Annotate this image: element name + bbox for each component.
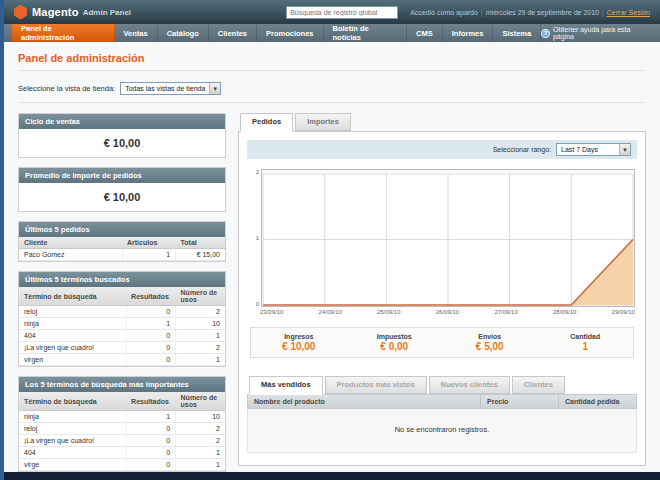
order-total: € 15,00 <box>176 249 225 261</box>
search-results: 0 <box>126 330 175 342</box>
stat-label: Impuestos <box>347 333 443 340</box>
stat-ingresos: Ingresos € 10,00 <box>251 333 347 352</box>
tab-clientes[interactable]: Clientes <box>512 376 565 394</box>
tab-nuevos-clientes[interactable]: Nuevos clientes <box>429 376 510 394</box>
average-orders-card: Promedio de importe de pedidos € 10,00 <box>18 167 226 212</box>
dashboard-columns: Ciclo de ventas € 10,00 Promedio de impo… <box>18 113 646 472</box>
col-articulos: Artículos <box>122 237 176 249</box>
right-column: Pedidos Importes Seleccionar rango: Last… <box>238 113 646 466</box>
stat-label: Envíos <box>442 333 538 340</box>
products-grid-header: Nombre del producto Precio Cantidad pedi… <box>247 394 637 409</box>
search-term: 404 <box>19 330 126 342</box>
search-results: 0 <box>126 354 175 366</box>
store-view-select[interactable]: Todas las vistas de tienda ▼ <box>120 82 221 95</box>
meta-separator: | <box>602 9 604 16</box>
search-uses: 10 <box>176 411 225 423</box>
stat-value: 1 <box>538 341 634 352</box>
last-search-card: Últimos 5 términos buscados Término de b… <box>18 271 226 367</box>
tab-mas-vendidos[interactable]: Más vendidos <box>249 376 323 395</box>
nav-item-informes[interactable]: Informes <box>443 24 494 42</box>
empty-records-message: No se encontraron registros. <box>247 409 637 453</box>
stat-envios: Envíos € 5,00 <box>442 333 538 352</box>
y-tick-label: 2 <box>256 169 259 175</box>
nav-item-sistema[interactable]: Sistema <box>493 24 541 42</box>
chart-plot-area <box>261 169 635 307</box>
brand-suffix: Admin Panel <box>83 8 131 17</box>
nav-item-clientes[interactable]: Clientes <box>209 24 257 42</box>
chart-x-axis: 23/09/1024/09/1025/09/1026/09/1027/09/10… <box>260 309 635 315</box>
table-row[interactable]: virge01 <box>19 459 225 471</box>
lifetime-sales-value: € 10,00 <box>19 129 225 157</box>
col-qty: Cantidad pedida <box>558 395 636 408</box>
chart-panel: Seleccionar rango: Last 7 Days ▼ 210 23/… <box>238 131 646 466</box>
window-frame-left <box>0 0 4 480</box>
header-meta: Accedió como apardo|miércoles 29 de sept… <box>410 9 650 16</box>
col-term: Término de búsqueda <box>19 287 126 306</box>
chevron-down-icon: ▼ <box>619 144 630 155</box>
search-uses: 2 <box>176 342 225 354</box>
tab-importes[interactable]: Importes <box>295 113 351 131</box>
table-row[interactable]: ¡La virgen que cuadro!02 <box>19 342 225 354</box>
chart-y-axis: 210 <box>249 169 261 307</box>
orders-chart: 210 <box>249 169 635 307</box>
last-orders-card: Últimos 5 pedidos Cliente Artículos Tota… <box>18 221 226 262</box>
search-term: virge <box>19 459 126 471</box>
table-row[interactable]: ninja110 <box>19 318 225 330</box>
nav-item-cms[interactable]: CMS <box>407 24 443 42</box>
product-tabs: Más vendidos Productos más vistos Nuevos… <box>247 376 637 394</box>
range-select[interactable]: Last 7 Days ▼ <box>556 143 631 156</box>
top-search-card: Los 5 términos de búsqueda más important… <box>18 376 226 472</box>
table-row[interactable]: ninja110 <box>19 411 225 423</box>
nav-item-boletin[interactable]: Boletín de noticias <box>324 24 408 42</box>
stat-impuestos: Impuestos € 0,00 <box>347 333 443 352</box>
stat-value: € 5,00 <box>442 341 538 352</box>
global-search-input[interactable] <box>286 6 398 19</box>
x-tick-label: 26/09/10 <box>436 309 459 315</box>
stat-label: Ingresos <box>251 333 347 340</box>
search-term: ¡La virgen que cuadro! <box>19 342 126 354</box>
nav-item-ventas[interactable]: Ventas <box>115 24 158 42</box>
search-results: 0 <box>126 435 175 447</box>
table-row[interactable]: ¡La virgen que cuadro!02 <box>19 435 225 447</box>
lifetime-sales-card: Ciclo de ventas € 10,00 <box>18 113 226 158</box>
table-row[interactable]: reloj02 <box>19 423 225 435</box>
current-date: miércoles 29 de septiembre de 2010 <box>486 9 599 16</box>
logout-link[interactable]: Cerrar Sesión <box>607 9 650 16</box>
table-row[interactable]: 40401 <box>19 330 225 342</box>
magento-admin-app: Magento Admin Panel Accedió como apardo|… <box>4 0 660 472</box>
search-results: 1 <box>126 318 175 330</box>
x-tick-label: 24/09/10 <box>319 309 342 315</box>
stat-value: € 0,00 <box>347 341 443 352</box>
table-row[interactable]: Paco Gomez 1 € 15,00 <box>19 249 225 261</box>
table-row[interactable]: 40401 <box>19 447 225 459</box>
tab-pedidos[interactable]: Pedidos <box>240 113 293 132</box>
x-tick-label: 29/09/10 <box>612 309 635 315</box>
search-uses: 2 <box>176 306 225 318</box>
order-items: 1 <box>122 249 176 261</box>
search-term: reloj <box>19 423 126 435</box>
range-selected: Last 7 Days <box>557 144 619 155</box>
tab-productos-mas-vistos[interactable]: Productos más vistos <box>325 376 427 394</box>
get-help-link[interactable]: ? Obtener ayuda para esta página <box>541 24 660 42</box>
order-customer: Paco Gomez <box>19 249 122 261</box>
range-label: Seleccionar rango: <box>493 146 551 153</box>
col-term: Término de búsqueda <box>19 392 126 411</box>
meta-separator: | <box>481 9 483 16</box>
x-tick-label: 28/09/10 <box>553 309 576 315</box>
table-row[interactable]: virgen01 <box>19 354 225 366</box>
nav-item-catalogo[interactable]: Catálogo <box>158 24 209 42</box>
last-search-table: Término de búsqueda Resultados Número de… <box>19 287 225 366</box>
search-term: ninja <box>19 318 126 330</box>
logged-in-as: Accedió como apardo <box>410 9 478 16</box>
x-tick-label: 23/09/10 <box>260 309 283 315</box>
stat-label: Cantidad <box>538 333 634 340</box>
search-uses: 2 <box>176 435 225 447</box>
last-orders-table: Cliente Artículos Total Paco Gomez 1 € 1… <box>19 237 225 261</box>
page-content: Panel de administración Seleccione la vi… <box>4 42 660 472</box>
search-uses: 1 <box>176 330 225 342</box>
nav-item-dashboard[interactable]: Panel de administración <box>12 24 115 42</box>
col-uses: Número de usos <box>176 287 225 306</box>
search-results: 0 <box>126 423 175 435</box>
nav-item-promociones[interactable]: Promociones <box>257 24 324 42</box>
table-row[interactable]: reloj02 <box>19 306 225 318</box>
